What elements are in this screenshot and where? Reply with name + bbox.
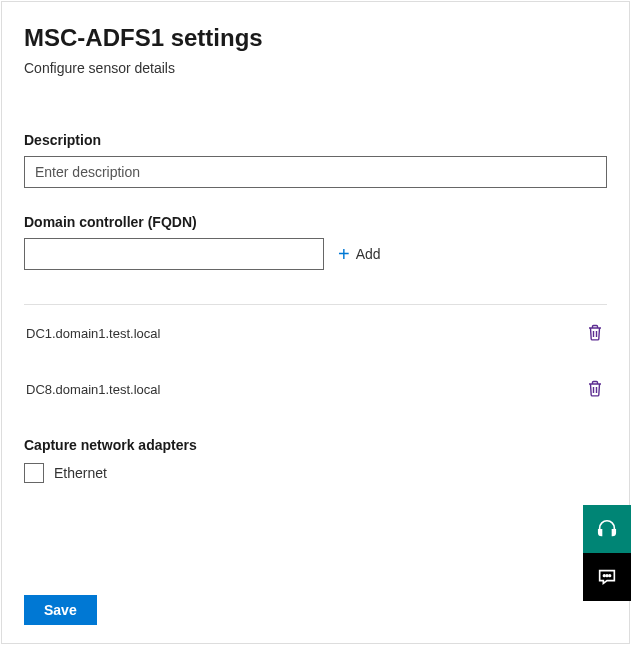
adapter-checkbox[interactable] [24,463,44,483]
floating-widgets [583,505,631,601]
description-field: Description [24,132,607,188]
fqdn-label: Domain controller (FQDN) [24,214,607,230]
dc-name: DC1.domain1.test.local [26,326,160,341]
page-subtitle: Configure sensor details [24,60,607,76]
fqdn-input[interactable] [24,238,324,270]
save-button[interactable]: Save [24,595,97,625]
plus-icon: + [338,244,350,264]
delete-button[interactable] [585,322,605,344]
svg-point-1 [606,575,608,577]
description-label: Description [24,132,607,148]
adapters-section: Capture network adapters Ethernet [24,437,607,483]
adapter-label: Ethernet [54,465,107,481]
fqdn-field: Domain controller (FQDN) + Add [24,214,607,270]
svg-point-2 [609,575,611,577]
trash-icon [587,380,603,398]
add-label: Add [356,246,381,262]
feedback-button[interactable] [583,553,631,601]
settings-panel: MSC-ADFS1 settings Configure sensor deta… [1,1,630,644]
chat-icon [596,566,618,588]
page-title: MSC-ADFS1 settings [24,24,607,52]
adapters-label: Capture network adapters [24,437,607,453]
delete-button[interactable] [585,378,605,400]
trash-icon [587,324,603,342]
svg-point-0 [603,575,605,577]
description-input[interactable] [24,156,607,188]
add-button[interactable]: + Add [334,240,385,268]
dc-name: DC8.domain1.test.local [26,382,160,397]
dc-row: DC8.domain1.test.local [24,361,607,417]
support-button[interactable] [583,505,631,553]
adapter-row: Ethernet [24,463,607,483]
headset-icon [596,518,618,540]
dc-row: DC1.domain1.test.local [24,305,607,361]
